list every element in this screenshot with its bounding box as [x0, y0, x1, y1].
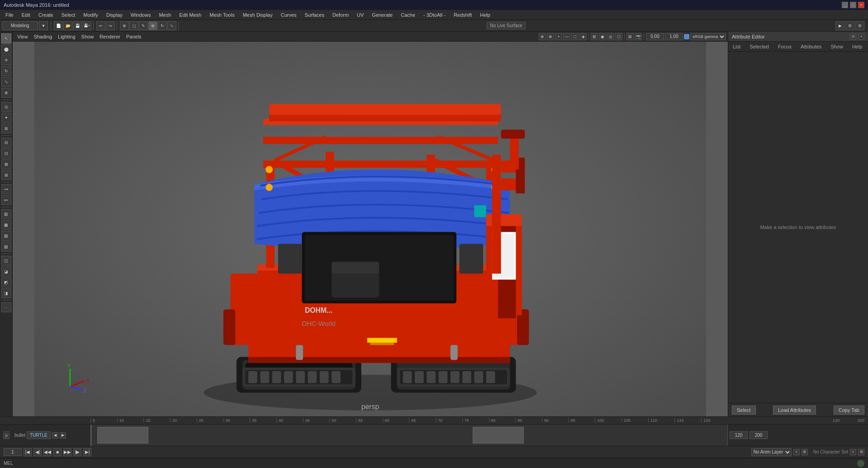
menu-display[interactable]: Display: [103, 11, 126, 19]
more-btn[interactable]: ···: [1, 302, 11, 312]
ae-select-btn[interactable]: Select: [732, 406, 756, 415]
component-mask-btn[interactable]: ⊗: [547, 33, 554, 40]
save-btn[interactable]: 💾: [73, 21, 82, 30]
view-menu[interactable]: View: [14, 33, 31, 40]
menu-deform[interactable]: Deform: [329, 11, 352, 19]
annotate-btn[interactable]: ⊷: [1, 195, 11, 205]
ipr-btn[interactable]: ⚙: [845, 21, 854, 30]
far-clip-input[interactable]: [665, 33, 683, 40]
render-settings-btn[interactable]: ⚙: [855, 21, 864, 30]
step-forward-btn[interactable]: |▶: [73, 448, 81, 456]
tl-next-btn[interactable]: ▶: [60, 432, 66, 439]
menu-select[interactable]: Select: [58, 11, 79, 19]
menu-mesh-tools[interactable]: Mesh Tools: [206, 11, 238, 19]
keyframe-btn[interactable]: ◪: [1, 267, 11, 277]
range-end-input[interactable]: [749, 431, 768, 439]
maximize-button[interactable]: □: [850, 2, 856, 8]
menu-edit[interactable]: Edit: [18, 11, 34, 19]
save-as-btn[interactable]: 💾+: [82, 21, 91, 30]
camera-btn[interactable]: 📷: [635, 33, 642, 40]
face-btn[interactable]: □: [571, 33, 579, 40]
soft-mod-btn[interactable]: ◎: [1, 102, 11, 112]
mode-arrow[interactable]: ▼: [39, 21, 48, 30]
ae-float-btn[interactable]: ⊡: [850, 33, 856, 40]
mute-btn[interactable]: ◨: [1, 288, 11, 298]
undo-btn[interactable]: ↩: [96, 21, 105, 30]
ae-load-attributes-btn[interactable]: Load Attributes: [773, 406, 816, 415]
smooth-shade-btn[interactable]: ◉: [599, 33, 606, 40]
show-manip-btn[interactable]: ⊞: [1, 124, 11, 134]
open-btn[interactable]: 📂: [63, 21, 72, 30]
rotate-tool-btn[interactable]: ↻: [1, 66, 11, 76]
menu-edit-mesh[interactable]: Edit Mesh: [175, 11, 205, 19]
ae-copy-tab-btn[interactable]: Copy Tab: [834, 406, 864, 415]
flat-shade-btn[interactable]: ◎: [607, 33, 614, 40]
stop-btn[interactable]: ■: [53, 448, 62, 456]
vertex-btn[interactable]: •: [555, 33, 562, 40]
turtle-chip[interactable]: TURTLE: [27, 431, 51, 439]
wireframe-btn[interactable]: ⊞: [591, 33, 598, 40]
char-set-btn2[interactable]: ⚙: [858, 449, 864, 455]
ae-tab-attributes[interactable]: Attributes: [798, 43, 824, 50]
ae-tab-selected[interactable]: Selected: [747, 43, 772, 50]
move-tool-btn[interactable]: ✛: [1, 55, 11, 65]
panels-menu[interactable]: Panels: [123, 33, 144, 40]
snap-curve-btn[interactable]: ⊡: [1, 148, 11, 158]
timeline-track[interactable]: [90, 425, 728, 446]
render-opt-btn[interactable]: ▨: [1, 242, 11, 252]
modeling-mode-dropdown[interactable]: Modeling: [2, 21, 38, 30]
tl-prev-btn[interactable]: ◀: [52, 432, 58, 439]
go-to-end-btn[interactable]: ▶|: [83, 448, 91, 456]
go-to-start-btn[interactable]: |◀: [24, 448, 32, 456]
menu-surfaces[interactable]: Surfaces: [301, 11, 328, 19]
menu-uv[interactable]: UV: [353, 11, 367, 19]
menu-mesh[interactable]: Mesh: [155, 11, 175, 19]
snap-view-btn[interactable]: ⊞: [1, 170, 11, 180]
status-indicator[interactable]: [857, 460, 864, 467]
select-tool-btn[interactable]: ↖: [1, 33, 11, 43]
rotate-btn[interactable]: ↻: [158, 21, 167, 30]
menu-redshift[interactable]: Redshift: [450, 11, 475, 19]
range-start-input[interactable]: [730, 431, 748, 439]
select-tool-btn[interactable]: ⊕: [120, 21, 129, 30]
tl-left-btn1[interactable]: ⊟: [3, 433, 9, 439]
ae-tab-help[interactable]: Help: [849, 43, 865, 50]
bounding-box-btn[interactable]: ⬡: [615, 33, 622, 40]
shading-menu[interactable]: Shading: [31, 33, 55, 40]
render-btn[interactable]: ▶: [835, 21, 844, 30]
viewport[interactable]: DOHM... OHC-World persp X: [13, 42, 728, 416]
select-mask-btn[interactable]: ⊕: [539, 33, 546, 40]
minimize-button[interactable]: _: [842, 2, 848, 8]
sculpt-btn[interactable]: ✦: [1, 113, 11, 123]
menu-curves[interactable]: Curves: [277, 11, 300, 19]
renderer-menu[interactable]: Renderer: [97, 33, 123, 40]
lighting-menu[interactable]: Lighting: [55, 33, 78, 40]
near-clip-input[interactable]: [646, 33, 664, 40]
universal-manip-btn[interactable]: ⊕: [1, 88, 11, 98]
ae-close-btn[interactable]: ×: [858, 33, 864, 40]
breakdown-btn[interactable]: ◩: [1, 277, 11, 287]
menu-windows[interactable]: Windows: [127, 11, 155, 19]
lasso-btn[interactable]: ◻: [129, 21, 138, 30]
play-back-btn[interactable]: ◀◀: [43, 448, 52, 456]
paint-select-btn[interactable]: ⬤: [1, 44, 11, 54]
snap-point-btn[interactable]: ⊠: [1, 159, 11, 169]
uvs-btn[interactable]: ◈: [579, 33, 587, 40]
snap-grid-btn[interactable]: ⊟: [1, 138, 11, 148]
new-scene-btn[interactable]: 📄: [54, 21, 63, 30]
menu-modify[interactable]: Modify: [80, 11, 101, 19]
scale-btn[interactable]: ⤡: [167, 21, 176, 30]
menu-create[interactable]: Create: [35, 11, 57, 19]
edge-btn[interactable]: —: [563, 33, 570, 40]
current-frame-input[interactable]: [4, 448, 22, 456]
render-seq-btn[interactable]: ▧: [1, 231, 11, 241]
anim-layer-btn1[interactable]: +: [793, 449, 800, 455]
close-button[interactable]: ×: [858, 2, 864, 8]
ae-tab-list[interactable]: List: [730, 43, 743, 50]
show-menu[interactable]: Show: [79, 33, 97, 40]
play-forward-btn[interactable]: ▶▶: [63, 448, 71, 456]
menu-mesh-display[interactable]: Mesh Display: [239, 11, 276, 19]
measure-btn[interactable]: ⊶: [1, 184, 11, 194]
anim-layer-select[interactable]: No Anim Layer: [751, 448, 792, 456]
menu-help[interactable]: Help: [476, 11, 494, 19]
